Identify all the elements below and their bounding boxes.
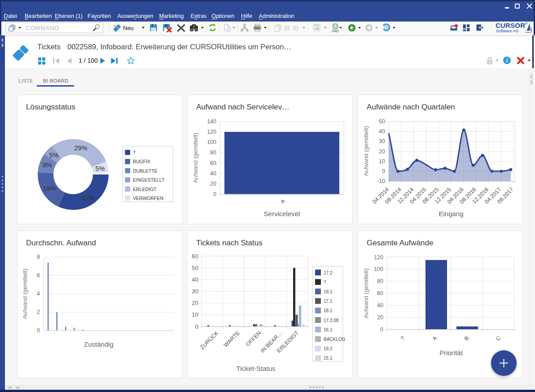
- svg-text:120: 120: [207, 129, 216, 135]
- svg-text:10: 10: [379, 158, 385, 165]
- svg-text:?: ?: [399, 335, 406, 342]
- svg-text:80: 80: [377, 278, 383, 284]
- svg-text:40: 40: [192, 276, 198, 283]
- svg-text:4: 4: [37, 291, 40, 297]
- svg-text:0: 0: [195, 323, 198, 330]
- svg-text:18.1: 18.1: [324, 308, 333, 313]
- svg-text:Aufwand (gemittelt): Aufwand (gemittelt): [363, 268, 369, 318]
- svg-text:60: 60: [210, 160, 216, 166]
- svg-text:40: 40: [210, 170, 216, 177]
- svg-text:5%: 5%: [49, 152, 59, 159]
- svg-text:A: A: [431, 335, 439, 342]
- svg-text:50: 50: [192, 265, 198, 271]
- svg-text:-10: -10: [377, 178, 385, 184]
- svg-text:30: 30: [192, 288, 198, 295]
- svg-text:20: 20: [379, 148, 385, 155]
- svg-text:BUGFIX: BUGFIX: [133, 159, 150, 164]
- svg-text:ZURÜCK: ZURÜCK: [199, 330, 220, 351]
- svg-text:EINGESTELLT: EINGESTELLT: [133, 177, 165, 183]
- svg-text:B: B: [463, 335, 470, 342]
- svg-text:32%: 32%: [81, 194, 94, 201]
- svg-text:0: 0: [380, 327, 383, 333]
- svg-text:19.1: 19.1: [324, 289, 333, 294]
- svg-text:60: 60: [377, 290, 383, 296]
- svg-text:Aufwand (gemittelt): Aufwand (gemittelt): [22, 269, 28, 319]
- svg-text:Ticket-Status: Ticket-Status: [237, 365, 276, 372]
- svg-text:Aufwand (gemittelt): Aufwand (gemittelt): [363, 126, 369, 176]
- svg-text:8: 8: [37, 254, 40, 260]
- svg-text:19.2: 19.2: [324, 346, 333, 351]
- svg-text:20: 20: [377, 314, 383, 321]
- svg-text:100: 100: [207, 139, 216, 145]
- svg-text:Zuständig: Zuständig: [84, 340, 114, 348]
- svg-text:40: 40: [377, 302, 383, 309]
- svg-text:Servicelevel: Servicelevel: [264, 210, 300, 218]
- svg-text:?: ?: [324, 280, 326, 285]
- svg-text:140: 140: [207, 118, 216, 125]
- svg-text:30: 30: [379, 138, 385, 144]
- svg-text:10: 10: [192, 311, 198, 318]
- svg-text:15.1: 15.1: [324, 356, 333, 361]
- svg-text:9%: 9%: [43, 161, 52, 169]
- svg-text:20: 20: [192, 300, 198, 306]
- svg-text:17.2: 17.2: [324, 270, 333, 275]
- svg-text:VERWORFEN: VERWORFEN: [133, 196, 163, 201]
- svg-text:120: 120: [374, 254, 383, 261]
- svg-text:20: 20: [210, 181, 216, 187]
- svg-text:?: ?: [133, 150, 136, 155]
- svg-text:17.1: 17.1: [324, 299, 333, 304]
- svg-text:Priorität: Priorität: [439, 349, 463, 357]
- svg-text:5%: 5%: [96, 165, 105, 172]
- svg-text:50: 50: [379, 118, 385, 125]
- svg-text:29%: 29%: [74, 144, 87, 152]
- svg-text:WARTE: WARTE: [223, 330, 241, 348]
- svg-text:DUBLETTE: DUBLETTE: [133, 168, 158, 174]
- svg-text:100: 100: [374, 266, 383, 272]
- svg-text:0: 0: [37, 327, 40, 334]
- svg-text:60: 60: [192, 253, 198, 260]
- svg-text:0: 0: [382, 168, 385, 174]
- svg-text:40: 40: [379, 128, 385, 135]
- svg-text:Aufwand (gemittelt): Aufwand (gemittelt): [192, 133, 199, 183]
- svg-text:2: 2: [37, 309, 40, 315]
- svg-text:0: 0: [213, 191, 216, 197]
- svg-text:19%: 19%: [43, 185, 56, 192]
- svg-text:16.1: 16.1: [324, 327, 333, 332]
- svg-text:6: 6: [37, 272, 40, 279]
- svg-text:80: 80: [210, 149, 216, 156]
- svg-text:A: A: [279, 198, 286, 205]
- svg-text:BACKLOG: BACKLOG: [324, 337, 346, 342]
- svg-text:Eingang: Eingang: [439, 210, 463, 218]
- svg-text:17.2.08: 17.2.08: [324, 318, 339, 323]
- svg-text:OFFEN: OFFEN: [245, 330, 263, 348]
- svg-text:C: C: [495, 335, 502, 342]
- svg-text:ERLEDIGT: ERLEDIGT: [133, 187, 157, 192]
